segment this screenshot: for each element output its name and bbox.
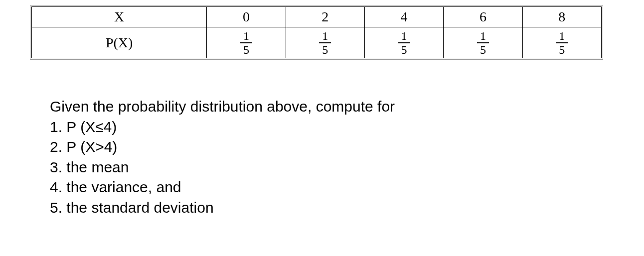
- intro-text: Given the probability distribution above…: [50, 97, 614, 117]
- fraction: 1 5: [398, 30, 410, 56]
- fraction: 1 5: [240, 30, 252, 56]
- p-value-cell: 1 5: [364, 27, 443, 58]
- question-item: 2. P (X>4): [50, 137, 614, 157]
- question-item: 4. the variance, and: [50, 177, 614, 198]
- fraction-denominator: 5: [556, 42, 568, 56]
- row-header-px: P(X): [32, 27, 207, 58]
- p-value-cell: 1 5: [207, 27, 286, 58]
- question-item: 5. the standard deviation: [50, 198, 614, 218]
- table-row: X 0 2 4 6 8: [32, 7, 602, 27]
- fraction-numerator: 1: [240, 30, 252, 42]
- fraction-numerator: 1: [398, 30, 410, 42]
- x-value-cell: 0: [207, 7, 286, 27]
- fraction-denominator: 5: [319, 42, 331, 56]
- fraction: 1 5: [556, 30, 568, 56]
- x-value-cell: 6: [444, 7, 522, 27]
- fraction: 1 5: [477, 30, 489, 56]
- distribution-table: X 0 2 4 6 8 P(X) 1 5 1 5: [31, 6, 602, 58]
- question-item: 3. the mean: [50, 157, 614, 178]
- fraction-numerator: 1: [477, 30, 489, 42]
- question-content: Given the probability distribution above…: [50, 97, 614, 218]
- x-value-cell: 8: [522, 7, 601, 27]
- fraction-numerator: 1: [319, 30, 331, 42]
- p-value-cell: 1 5: [522, 27, 601, 58]
- fraction-denominator: 5: [240, 42, 252, 56]
- fraction-denominator: 5: [398, 42, 410, 56]
- p-value-cell: 1 5: [444, 27, 522, 58]
- fraction: 1 5: [319, 30, 331, 56]
- fraction-denominator: 5: [477, 42, 489, 56]
- p-value-cell: 1 5: [286, 27, 364, 58]
- table-row: P(X) 1 5 1 5 1 5 1: [32, 27, 602, 58]
- x-value-cell: 2: [286, 7, 364, 27]
- x-value-cell: 4: [364, 7, 443, 27]
- question-item: 1. P (X≤4): [50, 117, 614, 137]
- fraction-numerator: 1: [556, 30, 568, 42]
- distribution-table-wrapper: X 0 2 4 6 8 P(X) 1 5 1 5: [30, 5, 603, 60]
- row-header-x: X: [32, 7, 207, 27]
